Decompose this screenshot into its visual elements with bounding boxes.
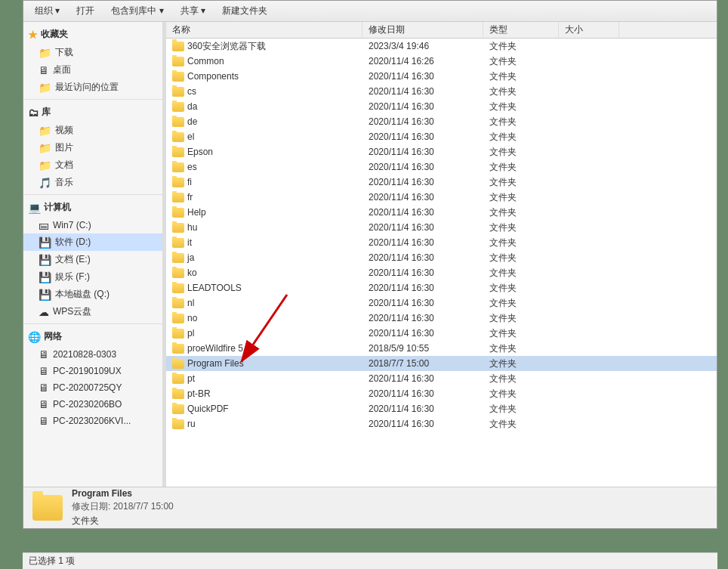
- open-button[interactable]: 打开: [69, 2, 101, 20]
- library-header[interactable]: 🗂 库: [23, 103, 162, 122]
- table-row[interactable]: 360安全浏览器下载2023/3/4 19:46文件夹: [166, 39, 717, 54]
- file-cell-type: 文件夹: [483, 70, 559, 84]
- sidebar-item-desktop[interactable]: 🖥 桌面: [23, 61, 162, 79]
- status-detail-text: 修改日期: 2018/7/7 15:00: [72, 501, 174, 512]
- sidebar-item-net4[interactable]: 🖥 PC-20230206BO: [23, 396, 162, 413]
- col-header-date[interactable]: 修改日期: [362, 22, 483, 38]
- col-header-type[interactable]: 类型: [483, 22, 559, 38]
- table-row[interactable]: es2020/11/4 16:30文件夹: [166, 159, 717, 175]
- table-row[interactable]: ru2020/11/4 16:30文件夹: [166, 416, 717, 431]
- table-row[interactable]: fr2020/11/4 16:30文件夹: [166, 190, 717, 205]
- file-cell-type: 文件夹: [483, 39, 559, 54]
- favorites-header[interactable]: ★ 收藏夹: [23, 25, 162, 44]
- folder-icon: [172, 193, 184, 203]
- file-name-text: hu: [187, 222, 197, 233]
- sidebar-item-wps[interactable]: ☁ WPS云盘: [23, 303, 162, 320]
- file-cell-size: [559, 181, 619, 183]
- table-row[interactable]: hu2020/11/4 16:30文件夹: [166, 220, 717, 235]
- file-cell-type: 文件夹: [483, 372, 559, 386]
- computer-header[interactable]: 💻 计算机: [23, 198, 162, 217]
- file-cell-name: pl: [166, 327, 362, 339]
- sidebar-item-net3[interactable]: 🖥 PC-20200725QY: [23, 379, 162, 396]
- computer-section: 💻 计算机 🖴 Win7 (C:) 💾 软件 (D:) 💾 文档 (E:) 💾: [23, 198, 162, 320]
- sidebar-item-download[interactable]: 📁 下载: [23, 44, 162, 61]
- file-cell-name: 360安全浏览器下载: [166, 39, 362, 54]
- sidebar-item-label: PC-20230206KVI...: [53, 416, 131, 426]
- file-name-text: el: [187, 131, 194, 142]
- file-cell-name: ja: [166, 252, 362, 264]
- table-row[interactable]: ja2020/11/4 16:30文件夹: [166, 250, 717, 265]
- share-button[interactable]: 共享 ▾: [174, 2, 212, 20]
- file-name-text: LEADTOOLS: [187, 283, 242, 293]
- table-row[interactable]: QuickPDF2020/11/4 16:30文件夹: [166, 401, 717, 416]
- sidebar-item-net1[interactable]: 🖥 20210828-0303: [23, 346, 162, 363]
- file-cell-name: es: [166, 161, 362, 173]
- table-row[interactable]: Program Files2018/7/7 15:00文件夹: [166, 356, 717, 371]
- file-cell-name: Common: [166, 55, 362, 67]
- drive-icon: 💾: [39, 237, 51, 249]
- sidebar-item-recent[interactable]: 📁 最近访问的位置: [23, 79, 162, 96]
- sidebar-item-docs[interactable]: 📁 文档: [23, 156, 162, 174]
- table-row[interactable]: Common2020/11/4 16:26文件夹: [166, 54, 717, 69]
- table-row[interactable]: el2020/11/4 16:30文件夹: [166, 129, 717, 144]
- file-name-text: QuickPDF: [187, 404, 229, 414]
- file-cell-date: 2020/11/4 16:30: [362, 191, 483, 203]
- table-row[interactable]: Help2020/11/4 16:30文件夹: [166, 205, 717, 220]
- table-row[interactable]: fi2020/11/4 16:30文件夹: [166, 175, 717, 190]
- sidebar-item-video[interactable]: 📁 视频: [23, 122, 162, 139]
- divider-1: [23, 99, 162, 100]
- status-info: Program Files 修改日期: 2018/7/7 15:00 文件夹: [72, 488, 174, 527]
- sidebar-item-label: 文档 (E:): [55, 253, 91, 266]
- table-row[interactable]: no2020/11/4 16:30文件夹: [166, 311, 717, 326]
- computer-label: 计算机: [44, 201, 71, 214]
- table-row[interactable]: proeWildfire 5.02018/5/9 10:55文件夹: [166, 341, 717, 356]
- folder-icon: [172, 162, 184, 172]
- table-row[interactable]: ko2020/11/4 16:30文件夹: [166, 265, 717, 280]
- organize-button[interactable]: 组织 ▾: [28, 2, 66, 20]
- file-cell-date: 2020/11/4 16:30: [362, 237, 483, 249]
- newfolder-button[interactable]: 新建文件夹: [215, 2, 274, 20]
- pack-button[interactable]: 包含到库中 ▾: [104, 2, 170, 20]
- table-row[interactable]: pt-BR2020/11/4 16:30文件夹: [166, 386, 717, 401]
- col-header-name[interactable]: 名称: [166, 22, 362, 38]
- drive-icon: 💾: [39, 289, 51, 301]
- table-row[interactable]: it2020/11/4 16:30文件夹: [166, 235, 717, 250]
- sidebar-item-q[interactable]: 💾 本地磁盘 (Q:): [23, 286, 162, 303]
- file-cell-size: [559, 257, 619, 258]
- sidebar-item-f[interactable]: 💾 娱乐 (F:): [23, 268, 162, 286]
- file-cell-size: [559, 332, 619, 334]
- sidebar-item-net5[interactable]: 🖥 PC-20230206KVI...: [23, 413, 162, 429]
- table-row[interactable]: pt2020/11/4 16:30文件夹: [166, 371, 717, 386]
- sidebar-item-label: 20210828-0303: [53, 349, 116, 360]
- table-row[interactable]: Components2020/11/4 16:30文件夹: [166, 69, 717, 84]
- table-row[interactable]: Epson2020/11/4 16:30文件夹: [166, 144, 717, 159]
- file-cell-type: 文件夹: [483, 130, 559, 144]
- table-row[interactable]: cs2020/11/4 16:30文件夹: [166, 84, 717, 99]
- table-row[interactable]: da2020/11/4 16:30文件夹: [166, 99, 717, 114]
- status-bar: Program Files 修改日期: 2018/7/7 15:00 文件夹: [23, 487, 717, 528]
- file-list: 360安全浏览器下载2023/3/4 19:46文件夹Common2020/11…: [166, 39, 717, 487]
- sidebar-item-music[interactable]: 🎵 音乐: [23, 174, 162, 191]
- folder-icon: [172, 238, 184, 248]
- table-row[interactable]: pl2020/11/4 16:30文件夹: [166, 326, 717, 341]
- newfolder-label: 新建文件夹: [222, 5, 267, 17]
- network-header[interactable]: 🌐 网络: [23, 327, 162, 346]
- sidebar-item-label: 视频: [55, 124, 73, 137]
- table-row[interactable]: LEADTOOLS2020/11/4 16:30文件夹: [166, 280, 717, 295]
- table-row[interactable]: nl2020/11/4 16:30文件夹: [166, 295, 717, 311]
- col-header-size[interactable]: 大小: [559, 22, 619, 38]
- folder-icon: [172, 132, 184, 142]
- folder-icon: [172, 117, 184, 127]
- file-cell-size: [559, 242, 619, 243]
- sidebar-item-e[interactable]: 💾 文档 (E:): [23, 251, 162, 268]
- bottom-status-bar: 已选择 1 项: [23, 552, 717, 569]
- table-row[interactable]: de2020/11/4 16:30文件夹: [166, 114, 717, 129]
- file-name-text: fr: [187, 192, 193, 203]
- file-cell-type: 文件夹: [483, 175, 559, 190]
- file-name-text: Epson: [187, 147, 213, 157]
- drive-icon: 💾: [39, 271, 51, 283]
- sidebar-item-net2[interactable]: 🖥 PC-20190109UX: [23, 363, 162, 379]
- sidebar-item-d[interactable]: 💾 软件 (D:): [23, 233, 162, 251]
- sidebar-item-c[interactable]: 🖴 Win7 (C:): [23, 217, 162, 233]
- sidebar-item-pictures[interactable]: 📁 图片: [23, 139, 162, 156]
